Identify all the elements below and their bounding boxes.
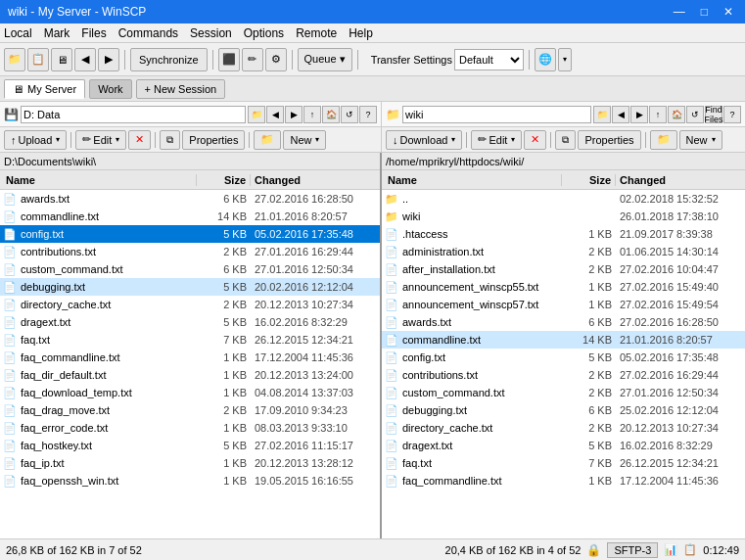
right-col-changed[interactable]: Changed: [616, 174, 743, 186]
list-item[interactable]: 📄contributions.txt2 KB27.02.2016 16:29:4…: [382, 366, 745, 384]
list-item[interactable]: 📄faq.txt7 KB26.12.2015 12:34:21: [0, 331, 380, 349]
list-item[interactable]: 📄.htaccess1 KB21.09.2017 8:39:38: [382, 225, 745, 243]
arrow-right-button[interactable]: ▶: [98, 48, 119, 71]
dropdown-button[interactable]: ▾: [558, 48, 572, 71]
list-item[interactable]: 📄awards.txt6 KB27.02.2016 16:28:50: [382, 313, 745, 331]
copy-button[interactable]: 📋: [27, 48, 49, 71]
edit2-button[interactable]: ✏: [242, 48, 263, 71]
list-item[interactable]: 📁..02.02.2018 15:32:52: [382, 190, 745, 208]
left-copy-button[interactable]: ⧉: [160, 130, 180, 150]
list-item[interactable]: 📄custom_command.txt6 KB27.01.2016 12:50:…: [0, 260, 380, 278]
menu-help[interactable]: Help: [349, 26, 373, 40]
list-item[interactable]: 📄faq_download_temp.txt1 KB04.08.2014 13:…: [0, 384, 380, 401]
left-col-size[interactable]: Size: [197, 174, 251, 186]
list-item[interactable]: 📄faq_hostkey.txt5 KB27.02.2016 11:15:17: [0, 437, 380, 454]
list-item[interactable]: 📄faq_commandline.txt1 KB17.12.2004 11:45…: [0, 349, 380, 366]
list-item[interactable]: 📄debugging.txt5 KB20.02.2016 12:12:04: [0, 278, 380, 296]
menu-options[interactable]: Options: [244, 26, 284, 40]
right-nav-btn-2[interactable]: ◀: [612, 106, 629, 123]
list-item[interactable]: 📄faq_error_code.txt1 KB08.03.2013 9:33:1…: [0, 419, 380, 437]
left-refresh-btn[interactable]: ↺: [341, 106, 358, 123]
right-col-size[interactable]: Size: [562, 174, 616, 186]
settings-button[interactable]: ⚙: [265, 48, 287, 71]
left-home-btn[interactable]: 🏠: [322, 106, 340, 123]
list-item[interactable]: 📄directory_cache.txt2 KB20.12.2013 10:27…: [0, 296, 380, 313]
left-nav-btn-1[interactable]: 📁: [248, 106, 265, 123]
left-path-input[interactable]: [21, 106, 246, 123]
arrow-left-button[interactable]: ◀: [74, 48, 96, 71]
list-item[interactable]: 📄dragext.txt5 KB16.02.2016 8:32:29: [0, 313, 380, 331]
synchronize-button[interactable]: Synchronize: [130, 48, 208, 71]
right-properties-button[interactable]: Properties: [578, 130, 640, 150]
console-button[interactable]: ⬛: [218, 48, 240, 71]
right-delete-button[interactable]: ✕: [524, 130, 546, 150]
list-item[interactable]: 📄commandline.txt14 KB21.01.2016 8:20:57: [0, 208, 380, 225]
right-find-btn[interactable]: Find Files: [705, 106, 722, 123]
my-server-tab[interactable]: 🖥 My Server: [4, 79, 85, 99]
maximize-button[interactable]: □: [697, 5, 712, 19]
list-item[interactable]: 📄announcement_winscp57.txt1 KB27.02.2016…: [382, 296, 745, 313]
globe-button[interactable]: 🌐: [535, 48, 556, 71]
list-item[interactable]: 📁wiki26.01.2018 17:38:10: [382, 208, 745, 225]
right-file-list[interactable]: 📁..02.02.2018 15:32:52📁wiki26.01.2018 17…: [382, 190, 745, 538]
transfer-settings-select[interactable]: Default Binary Text Automatic: [454, 49, 524, 70]
right-new-button[interactable]: New ▾: [679, 130, 722, 150]
list-item[interactable]: 📄custom_command.txt2 KB27.01.2016 12:50:…: [382, 384, 745, 401]
list-item[interactable]: 📄faq_commandline.txt1 KB17.12.2004 11:45…: [382, 472, 745, 490]
list-item[interactable]: 📄awards.txt6 KB27.02.2016 16:28:50: [0, 190, 380, 208]
right-col-name[interactable]: Name: [384, 174, 562, 186]
right-nav-btn-3[interactable]: ▶: [630, 106, 648, 123]
menu-local[interactable]: Local: [4, 26, 32, 40]
close-button[interactable]: ✕: [720, 5, 737, 19]
left-find-btn[interactable]: ?: [359, 106, 377, 123]
list-item[interactable]: 📄faq_openssh_win.txt1 KB19.05.2015 16:16…: [0, 472, 380, 490]
new-folder-button[interactable]: 📁: [4, 48, 25, 71]
left-new-button[interactable]: New ▾: [283, 130, 326, 150]
left-properties-button[interactable]: Properties: [182, 130, 245, 150]
menu-files[interactable]: Files: [81, 26, 106, 40]
left-col-name[interactable]: Name: [2, 174, 197, 186]
right-nav-btn-4[interactable]: ↑: [649, 106, 667, 123]
list-item[interactable]: 📄config.txt5 KB05.02.2016 17:35:48: [0, 225, 380, 243]
queue-button[interactable]: Queue ▾: [298, 48, 352, 71]
list-item[interactable]: 📄dragext.txt5 KB16.02.2016 8:32:29: [382, 437, 745, 454]
right-refresh-btn[interactable]: ↺: [686, 106, 704, 123]
list-item[interactable]: 📄faq_dir_default.txt1 KB20.12.2013 13:24…: [0, 366, 380, 384]
list-item[interactable]: 📄faq_ip.txt1 KB20.12.2013 13:28:12: [0, 454, 380, 472]
list-item[interactable]: 📄faq.txt7 KB26.12.2015 12:34:21: [382, 454, 745, 472]
right-home-btn[interactable]: 🏠: [668, 106, 685, 123]
list-item[interactable]: 📄directory_cache.txt2 KB20.12.2013 10:27…: [382, 419, 745, 437]
left-nav-btn-3[interactable]: ▶: [285, 106, 303, 123]
left-nav-btn-2[interactable]: ◀: [266, 106, 284, 123]
right-path-input[interactable]: [402, 106, 591, 123]
left-folder-button[interactable]: 📁: [254, 130, 281, 150]
left-col-changed[interactable]: Changed: [251, 174, 378, 186]
list-item[interactable]: 📄administration.txt2 KB01.06.2015 14:30:…: [382, 243, 745, 260]
menu-remote[interactable]: Remote: [296, 26, 337, 40]
left-edit-button[interactable]: ✏ Edit ▾: [75, 130, 126, 150]
list-item[interactable]: 📄after_installation.txt2 KB27.02.2016 10…: [382, 260, 745, 278]
work-tab[interactable]: Work: [89, 79, 131, 99]
menu-session[interactable]: Session: [190, 26, 232, 40]
right-copy-button[interactable]: ⧉: [555, 130, 576, 150]
menu-mark[interactable]: Mark: [44, 26, 70, 40]
upload-button[interactable]: ↑ Upload ▾: [4, 130, 67, 150]
left-delete-button[interactable]: ✕: [128, 130, 151, 150]
list-item[interactable]: 📄debugging.txt6 KB25.02.2016 12:12:04: [382, 401, 745, 419]
new-session-button[interactable]: + New Session: [136, 79, 226, 99]
right-folder-button[interactable]: 📁: [650, 130, 677, 150]
server-button[interactable]: 🖥: [51, 48, 72, 71]
left-file-list[interactable]: 📄awards.txt6 KB27.02.2016 16:28:50📄comma…: [0, 190, 380, 538]
minimize-button[interactable]: —: [670, 5, 689, 19]
download-button[interactable]: ↓ Download ▾: [386, 130, 462, 150]
right-edit-button[interactable]: ✏ Edit ▾: [471, 130, 522, 150]
right-nav-btn-1[interactable]: 📁: [593, 106, 611, 123]
menu-commands[interactable]: Commands: [118, 26, 178, 40]
list-item[interactable]: 📄faq_drag_move.txt2 KB17.09.2010 9:34:23: [0, 401, 380, 419]
list-item[interactable]: 📄contributions.txt2 KB27.01.2016 16:29:4…: [0, 243, 380, 260]
list-item[interactable]: 📄announcement_winscp55.txt1 KB27.02.2016…: [382, 278, 745, 296]
right-extra-btn[interactable]: ?: [723, 106, 741, 123]
list-item[interactable]: 📄config.txt5 KB05.02.2016 17:35:48: [382, 349, 745, 366]
list-item[interactable]: 📄commandline.txt14 KB21.01.2016 8:20:57: [382, 331, 745, 349]
left-nav-btn-4[interactable]: ↑: [303, 106, 321, 123]
